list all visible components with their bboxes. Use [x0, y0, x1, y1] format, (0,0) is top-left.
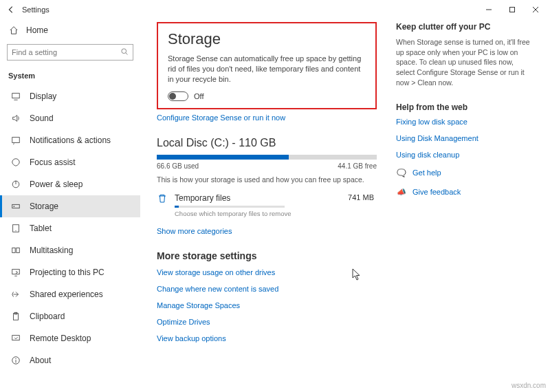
home-icon [8, 25, 19, 36]
about-icon [10, 355, 21, 366]
storage-sense-description: Storage Sense can automatically free up … [168, 54, 366, 85]
svg-line-3 [126, 53, 128, 55]
page-title: Storage [168, 30, 366, 48]
sidebar-item-label: Notifications & actions [30, 135, 111, 145]
power-icon [10, 179, 21, 190]
main-content: Storage Storage Sense can automatically … [140, 19, 550, 392]
sidebar-item-power[interactable]: Power & sleep [0, 173, 140, 195]
projecting-icon [10, 267, 21, 278]
sidebar-item-sound[interactable]: Sound [0, 107, 140, 129]
link-optimize-drives[interactable]: Optimize Drives [157, 318, 377, 326]
svg-rect-14 [16, 248, 19, 253]
keep-clutter-heading: Keep clutter off your PC [396, 22, 534, 32]
keep-clutter-text: When Storage sense is turned on, it'll f… [396, 37, 534, 87]
section-heading: System [0, 67, 140, 85]
home-label: Home [26, 25, 48, 35]
category-size: 741 MB [348, 193, 377, 202]
multitasking-icon [10, 245, 21, 256]
link-backup-options[interactable]: View backup options [157, 334, 377, 342]
search-input[interactable]: Find a setting [7, 44, 133, 61]
home-button[interactable]: Home [0, 19, 140, 41]
sidebar-item-label: Storage [30, 202, 58, 211]
svg-point-10 [14, 206, 15, 207]
sidebar-item-projecting[interactable]: Projecting to this PC [0, 261, 140, 283]
storage-sense-toggle[interactable] [168, 91, 188, 101]
titlebar: Settings [0, 0, 550, 19]
shared-icon [10, 289, 21, 300]
feedback-icon: 📣 [396, 186, 407, 197]
sidebar-item-label: Focus assist [30, 157, 76, 167]
sidebar-item-label: Clipboard [30, 312, 65, 321]
highlight-box: Storage Storage Sense can automatically … [157, 22, 377, 109]
sound-icon [10, 113, 21, 124]
show-more-categories-link[interactable]: Show more categories [157, 227, 232, 235]
sidebar-item-label: About [30, 356, 51, 365]
disk-usage-bar [157, 155, 377, 160]
configure-storage-sense-link[interactable]: Configure Storage Sense or run it now [157, 113, 285, 122]
help-from-web-heading: Help from the web [396, 102, 534, 112]
more-settings-heading: More storage settings [157, 250, 377, 261]
search-placeholder: Find a setting [12, 48, 120, 56]
maximize-button[interactable] [500, 1, 524, 18]
help-link-low-disk[interactable]: Fixing low disk space [396, 118, 534, 126]
get-help-row[interactable]: 🗨️ Get help [396, 167, 534, 178]
cursor-icon [352, 268, 362, 282]
sidebar-item-shared[interactable]: Shared experiences [0, 283, 140, 305]
clipboard-icon [10, 311, 21, 322]
give-feedback-row[interactable]: 📣 Give feedback [396, 186, 534, 197]
give-feedback-link: Give feedback [412, 188, 461, 196]
get-help-link: Get help [412, 168, 441, 177]
disk-heading: Local Disc (C:) - 110 GB [157, 137, 377, 149]
sidebar-item-focus[interactable]: Focus assist [0, 151, 140, 173]
sidebar-item-multitasking[interactable]: Multitasking [0, 239, 140, 261]
category-bar [175, 206, 285, 208]
svg-rect-6 [12, 138, 20, 143]
close-button[interactable] [524, 1, 547, 18]
svg-rect-13 [12, 248, 15, 253]
help-icon: 🗨️ [396, 167, 407, 178]
sidebar-item-label: Projecting to this PC [30, 268, 104, 277]
notifications-icon [10, 135, 21, 146]
svg-rect-4 [12, 94, 20, 98]
sidebar-item-label: Remote Desktop [30, 334, 91, 343]
sidebar-item-label: Display [30, 91, 56, 101]
display-icon [10, 91, 21, 102]
used-label: 66.6 GB used [157, 162, 199, 170]
toggle-state-label: Off [194, 92, 204, 100]
svg-rect-9 [12, 204, 20, 208]
window-title: Settings [22, 6, 50, 14]
sidebar-item-label: Shared experiences [30, 290, 103, 299]
sidebar-item-storage[interactable]: Storage [0, 195, 140, 217]
sidebar: Home Find a setting System Display Sound… [0, 19, 140, 392]
svg-point-2 [122, 49, 126, 54]
minimize-button[interactable] [477, 1, 500, 18]
back-button[interactable] [3, 1, 19, 18]
link-new-content[interactable]: Change where new content is saved [157, 285, 377, 293]
sidebar-item-display[interactable]: Display [0, 85, 140, 107]
sidebar-item-remote[interactable]: Remote Desktop [0, 327, 140, 349]
category-temporary-files[interactable]: Temporary files Choose which temporary f… [157, 193, 377, 217]
sidebar-item-tablet[interactable]: Tablet [0, 217, 140, 239]
watermark: wsxdn.com [512, 382, 546, 389]
right-panel: Keep clutter off your PC When Storage se… [396, 22, 534, 385]
link-storage-spaces[interactable]: Manage Storage Spaces [157, 301, 377, 309]
svg-rect-18 [12, 336, 20, 340]
sidebar-item-label: Power & sleep [30, 179, 82, 189]
usage-hint: This is how your storage is used and how… [157, 175, 377, 184]
sidebar-item-about[interactable]: About [0, 349, 140, 371]
sidebar-item-label: Sound [30, 113, 54, 123]
help-link-disk-cleanup[interactable]: Using disk cleanup [396, 151, 534, 159]
link-other-drives[interactable]: View storage usage on other drives [157, 268, 377, 276]
remote-icon [10, 333, 21, 344]
sidebar-item-notifications[interactable]: Notifications & actions [0, 129, 140, 151]
sidebar-item-clipboard[interactable]: Clipboard [0, 305, 140, 327]
category-hint: Choose which temporary files to remove [175, 210, 341, 217]
focus-icon [10, 157, 21, 168]
tablet-icon [10, 223, 21, 234]
storage-icon [10, 201, 21, 212]
help-link-disk-mgmt[interactable]: Using Disk Management [396, 134, 534, 142]
trash-icon [157, 193, 168, 204]
search-icon [120, 47, 129, 57]
sidebar-item-label: Multitasking [30, 246, 73, 255]
category-label: Temporary files [175, 193, 230, 203]
